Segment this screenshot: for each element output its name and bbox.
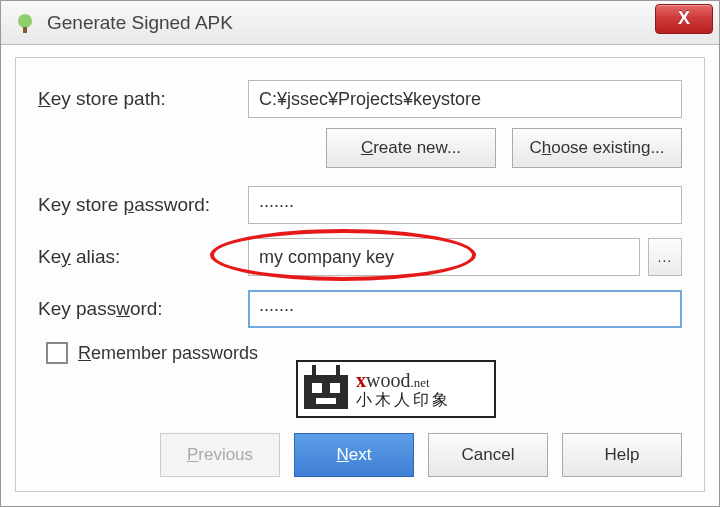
- robot-icon: [304, 375, 348, 409]
- label-keystore-password: Key store password:: [38, 194, 248, 216]
- label-key-alias: Key alias:: [38, 246, 248, 268]
- close-icon: X: [678, 8, 690, 29]
- form-panel: Key store path: Create new... Choose exi…: [15, 57, 705, 492]
- create-new-button[interactable]: Create new...: [326, 128, 496, 168]
- app-icon: [13, 11, 37, 35]
- row-key-alias: Key alias: ...: [38, 238, 682, 276]
- row-key-password: Key password:: [38, 290, 682, 328]
- ellipsis-icon: ...: [658, 249, 673, 265]
- key-alias-input[interactable]: [248, 238, 640, 276]
- row-keystore-path: Key store path:: [38, 80, 682, 118]
- label-keystore-path: Key store path:: [38, 88, 248, 110]
- watermark-text: xwood.net 小木人印象: [356, 370, 451, 408]
- dialog-button-row: Previous Next Cancel Help: [38, 433, 682, 477]
- label-key-password: Key password:: [38, 298, 248, 320]
- keystore-path-input[interactable]: [248, 80, 682, 118]
- row-keystore-password: Key store password:: [38, 186, 682, 224]
- remember-checkbox[interactable]: [46, 342, 68, 364]
- next-button[interactable]: Next: [294, 433, 414, 477]
- keystore-password-input[interactable]: [248, 186, 682, 224]
- key-alias-browse-button[interactable]: ...: [648, 238, 682, 276]
- cancel-button[interactable]: Cancel: [428, 433, 548, 477]
- close-button[interactable]: X: [655, 4, 713, 34]
- watermark-logo: xwood.net 小木人印象: [296, 360, 496, 418]
- svg-point-0: [18, 14, 32, 28]
- dialog-window: Generate Signed APK X Key store path: Cr…: [0, 0, 720, 507]
- svg-rect-1: [23, 27, 27, 33]
- keystore-button-row: Create new... Choose existing...: [38, 128, 682, 168]
- window-title: Generate Signed APK: [47, 12, 655, 34]
- help-button[interactable]: Help: [562, 433, 682, 477]
- previous-button: Previous: [160, 433, 280, 477]
- title-bar: Generate Signed APK X: [1, 1, 719, 45]
- choose-existing-button[interactable]: Choose existing...: [512, 128, 682, 168]
- label-remember: Remember passwords: [78, 343, 258, 364]
- key-password-input[interactable]: [248, 290, 682, 328]
